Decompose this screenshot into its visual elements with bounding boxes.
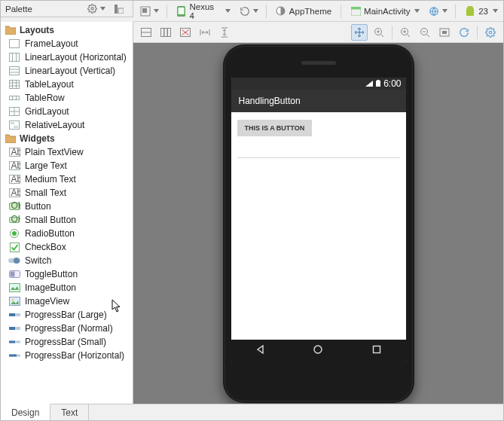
activity-label: MainActivity bbox=[362, 7, 412, 16]
svg-point-89 bbox=[489, 31, 492, 34]
palette-item-relativelayout[interactable]: RelativeLayout bbox=[1, 118, 133, 132]
palette-item-switch[interactable]: Switch bbox=[1, 254, 133, 267]
magnifier-plus-icon bbox=[373, 26, 385, 38]
palette-item-framelayout[interactable]: FrameLayout bbox=[1, 37, 133, 50]
palette-item-togglebutton[interactable]: ToggleButton bbox=[1, 267, 133, 281]
palette-item-tablerow[interactable]: TableRow bbox=[1, 91, 133, 105]
button-icon: OK bbox=[8, 215, 20, 225]
status-time: 6:00 bbox=[383, 78, 401, 89]
settings-button[interactable] bbox=[482, 24, 499, 41]
device-selector[interactable]: Nexus 4 bbox=[172, 3, 233, 20]
switch-icon bbox=[8, 255, 20, 266]
palette-item-progress-l[interactable]: ProgressBar (Large) bbox=[1, 308, 133, 322]
palette-item-progress-h[interactable]: ProgressBar (Horizontal) bbox=[1, 349, 133, 362]
layout-icon bbox=[8, 38, 20, 49]
svg-rect-61 bbox=[9, 341, 15, 343]
layout-icon bbox=[8, 120, 20, 130]
device-frame: 6:00 HandlingButton THIS IS A BUTTON bbox=[223, 44, 414, 403]
zoom-out-button[interactable] bbox=[417, 24, 433, 41]
palette-item-mediumtext[interactable]: AbMedium Text bbox=[1, 172, 133, 186]
text-icon: Ab bbox=[8, 188, 20, 198]
svg-rect-88 bbox=[442, 31, 447, 34]
palette-item-imagebutton[interactable]: ImageButton bbox=[1, 281, 133, 294]
palette-item-imageview[interactable]: ImageView bbox=[1, 294, 133, 308]
device-frame-button[interactable] bbox=[177, 24, 194, 41]
palette-settings-button[interactable] bbox=[83, 1, 108, 17]
palette-item-progress-n[interactable]: ProgressBar (Normal) bbox=[1, 322, 133, 335]
palette-item-checkbox[interactable]: CheckBox bbox=[1, 240, 133, 254]
activity-selector[interactable]: MainActivity bbox=[346, 3, 422, 20]
palette-item-linear-h[interactable]: LinearLayout (Horizontal) bbox=[1, 50, 133, 64]
palette-list[interactable]: Layouts FrameLayout LinearLayout (Horizo… bbox=[1, 22, 133, 404]
divider bbox=[237, 157, 400, 158]
nav-home-icon[interactable] bbox=[313, 344, 323, 357]
progress-icon bbox=[8, 337, 20, 347]
api-selector[interactable]: 23 bbox=[460, 3, 500, 20]
app-body[interactable]: THIS IS A BUTTON bbox=[231, 112, 406, 340]
zoom-actual-button[interactable] bbox=[436, 24, 453, 41]
locale-button[interactable] bbox=[425, 3, 451, 20]
palette-item-radio[interactable]: RadioButton bbox=[1, 227, 133, 240]
palette-dock-button[interactable] bbox=[110, 1, 128, 17]
palette-item-smalltext[interactable]: AbSmall Text bbox=[1, 186, 133, 200]
svg-rect-17 bbox=[10, 67, 20, 75]
separator bbox=[455, 5, 456, 18]
svg-rect-1 bbox=[115, 5, 118, 14]
category-layouts[interactable]: Layouts bbox=[1, 23, 133, 37]
layout-icon bbox=[8, 66, 20, 76]
orientation-button[interactable] bbox=[236, 3, 261, 20]
category-widgets[interactable]: Widgets bbox=[1, 132, 133, 145]
palette-item-tablelayout[interactable]: TableLayout bbox=[1, 78, 133, 91]
gear-icon bbox=[86, 3, 98, 15]
viewport-button[interactable] bbox=[136, 3, 162, 20]
theme-selector[interactable]: AppTheme bbox=[271, 3, 336, 20]
nav-recent-icon[interactable] bbox=[371, 344, 382, 357]
design-surface[interactable]: 6:00 HandlingButton THIS IS A BUTTON bbox=[133, 43, 503, 404]
svg-text:Ab: Ab bbox=[11, 148, 20, 157]
svg-rect-59 bbox=[9, 327, 15, 330]
preview-button[interactable]: THIS IS A BUTTON bbox=[237, 120, 313, 136]
chevron-down-icon bbox=[100, 7, 105, 11]
tab-text[interactable]: Text bbox=[50, 404, 89, 420]
config-toolbar: Nexus 4 AppTheme Mai bbox=[133, 1, 503, 22]
svg-line-85 bbox=[427, 34, 430, 37]
svg-text:OK: OK bbox=[11, 215, 20, 224]
columns-button[interactable] bbox=[157, 24, 174, 41]
refresh-button[interactable] bbox=[456, 24, 472, 41]
layout-editor-root: Palette bbox=[0, 0, 504, 421]
zoom-in-button[interactable] bbox=[397, 24, 414, 41]
device-label: Nexus 4 bbox=[188, 2, 224, 20]
show-layout-button[interactable] bbox=[138, 24, 154, 41]
palette-item-largetext[interactable]: AbLarge Text bbox=[1, 159, 133, 172]
nav-back-icon[interactable] bbox=[255, 344, 265, 357]
palette-item-linear-v[interactable]: LinearLayout (Vertical) bbox=[1, 64, 133, 78]
svg-point-50 bbox=[14, 258, 20, 264]
expand-v-button[interactable] bbox=[216, 24, 233, 41]
svg-rect-6 bbox=[179, 8, 185, 14]
progress-icon bbox=[8, 323, 20, 334]
refresh-icon bbox=[458, 26, 470, 38]
zoom-fit-button[interactable] bbox=[371, 24, 387, 41]
svg-rect-4 bbox=[142, 8, 147, 13]
svg-rect-66 bbox=[161, 28, 164, 36]
blueprint-icon bbox=[140, 26, 152, 38]
android-nav-bar bbox=[231, 340, 406, 362]
expand-h-button[interactable] bbox=[197, 24, 213, 41]
palette-item-textview[interactable]: AbPlain TextView bbox=[1, 145, 133, 159]
separator bbox=[166, 5, 167, 18]
pan-button[interactable] bbox=[351, 24, 368, 41]
svg-point-92 bbox=[314, 346, 322, 353]
palette-item-progress-s[interactable]: ProgressBar (Small) bbox=[1, 335, 133, 349]
magnifier-plus-icon bbox=[399, 26, 411, 38]
palette-item-smallbutton[interactable]: OKSmall Button bbox=[1, 213, 133, 227]
palette-item-gridlayout[interactable]: GridLayout bbox=[1, 105, 133, 118]
checkbox-icon bbox=[8, 242, 20, 252]
theme-icon bbox=[275, 5, 287, 17]
svg-rect-33 bbox=[14, 126, 18, 128]
tab-design[interactable]: Design bbox=[1, 404, 50, 420]
magnifier-minus-icon bbox=[419, 26, 431, 38]
device-screen: 6:00 HandlingButton THIS IS A BUTTON bbox=[231, 78, 406, 362]
separator bbox=[266, 5, 267, 18]
palette-item-button[interactable]: OKButton bbox=[1, 200, 133, 213]
separator bbox=[341, 5, 341, 18]
